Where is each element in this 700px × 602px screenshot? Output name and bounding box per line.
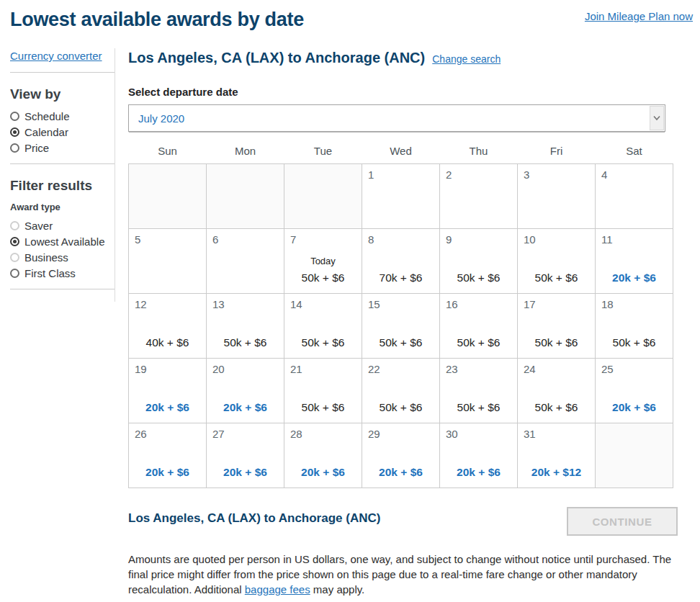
- calendar-cell-day-24[interactable]: 2450k + $6: [518, 359, 596, 423]
- award-price[interactable]: 20k + $6: [596, 271, 673, 284]
- calendar-week-row: 2620k + $62720k + $62820k + $62920k + $6…: [129, 423, 673, 488]
- calendar-cell-day-28[interactable]: 2820k + $6: [284, 423, 362, 488]
- award-calendar: SunMonTueWedThuFriSat 1234567Today50k + …: [128, 145, 673, 488]
- calendar-cell-day-20[interactable]: 2020k + $6: [207, 359, 284, 423]
- calendar-cell-day-14[interactable]: 1450k + $6: [284, 294, 362, 359]
- radio-option-business: Business: [10, 251, 115, 264]
- award-price[interactable]: 50k + $6: [518, 271, 595, 284]
- award-price[interactable]: 20k + $6: [284, 466, 362, 479]
- calendar-cell-day-2: 2: [440, 164, 518, 229]
- radio-icon[interactable]: [10, 127, 19, 137]
- continue-button[interactable]: CONTINUE: [567, 507, 678, 536]
- award-price[interactable]: 50k + $6: [362, 336, 439, 349]
- calendar-week-row: 1920k + $62020k + $62150k + $62250k + $6…: [129, 359, 673, 423]
- day-number: 7: [290, 233, 296, 246]
- chevron-down-icon[interactable]: [650, 106, 664, 130]
- radio-option-price[interactable]: Price: [10, 142, 115, 154]
- change-search-link[interactable]: Change search: [432, 53, 501, 65]
- calendar-cell-day-29[interactable]: 2920k + $6: [362, 423, 440, 488]
- calendar-cell-day-27[interactable]: 2720k + $6: [207, 423, 284, 488]
- footer-row: Los Angeles, CA (LAX) to Anchorage (ANC)…: [128, 507, 678, 536]
- calendar-cell-day-12[interactable]: 1240k + $6: [129, 294, 207, 359]
- award-price[interactable]: 40k + $6: [129, 336, 206, 349]
- baggage-fees-link[interactable]: baggage fees: [245, 583, 310, 596]
- calendar-cell-day-9[interactable]: 950k + $6: [440, 229, 518, 294]
- day-number: 30: [446, 428, 458, 440]
- radio-option-calendar[interactable]: Calendar: [10, 126, 115, 138]
- day-number: 29: [368, 428, 380, 440]
- calendar-cell-day-21[interactable]: 2150k + $6: [284, 359, 362, 423]
- sidebar-divider: [10, 72, 115, 73]
- award-price[interactable]: 50k + $6: [518, 336, 595, 349]
- award-price[interactable]: 20k + $6: [129, 466, 206, 479]
- radio-option-schedule[interactable]: Schedule: [10, 110, 115, 122]
- day-number: 25: [601, 363, 614, 375]
- calendar-cell-day-11[interactable]: 1120k + $6: [596, 229, 673, 294]
- award-price[interactable]: 50k + $6: [207, 336, 284, 349]
- calendar-cell-day-15[interactable]: 1550k + $6: [362, 294, 440, 359]
- award-price[interactable]: 20k + $6: [207, 466, 284, 479]
- day-number: 4: [601, 169, 607, 181]
- award-price[interactable]: 20k + $6: [440, 466, 517, 479]
- calendar-cell-day-26[interactable]: 2620k + $6: [129, 423, 207, 488]
- award-price[interactable]: 20k + $6: [207, 401, 284, 414]
- day-number: 15: [368, 298, 380, 310]
- day-number: 17: [524, 298, 536, 310]
- calendar-cell-day-22[interactable]: 2250k + $6: [362, 359, 440, 423]
- topbar: Lowest available awards by date Join Mil…: [0, 0, 700, 31]
- award-price[interactable]: 20k + $6: [596, 401, 673, 414]
- view-by-radio-group: ScheduleCalendarPrice: [10, 110, 115, 154]
- calendar-cell-day-1: 1: [362, 164, 440, 229]
- radio-label: First Class: [24, 267, 76, 279]
- disclaimer-pre: Amounts are quoted per person in US doll…: [128, 553, 671, 596]
- award-price[interactable]: 20k + $6: [362, 466, 439, 479]
- radio-icon[interactable]: [10, 112, 19, 121]
- award-price[interactable]: 50k + $6: [362, 401, 439, 414]
- join-mileage-plan-link[interactable]: Join Mileage Plan now: [585, 10, 693, 22]
- calendar-cell-day-19[interactable]: 1920k + $6: [129, 359, 207, 423]
- calendar-cell-day-30[interactable]: 3020k + $6: [440, 423, 518, 488]
- award-price[interactable]: 20k + $12: [518, 466, 595, 479]
- calendar-cell-day-31[interactable]: 3120k + $12: [518, 423, 596, 488]
- award-price[interactable]: 50k + $6: [518, 401, 595, 414]
- award-price[interactable]: 70k + $6: [362, 271, 439, 284]
- month-select[interactable]: July 2020: [128, 104, 665, 132]
- calendar-cell-day-25[interactable]: 2520k + $6: [596, 359, 673, 423]
- award-price[interactable]: 50k + $6: [284, 271, 362, 284]
- day-number: 13: [212, 298, 225, 310]
- award-price[interactable]: 20k + $6: [129, 401, 206, 414]
- day-number: 3: [524, 169, 529, 181]
- award-price[interactable]: 50k + $6: [284, 401, 362, 414]
- award-price[interactable]: 50k + $6: [284, 336, 362, 349]
- calendar-cell-day-8[interactable]: 870k + $6: [362, 229, 440, 294]
- day-number: 23: [446, 363, 458, 375]
- radio-icon[interactable]: [10, 269, 19, 278]
- award-price[interactable]: 50k + $6: [440, 401, 517, 414]
- radio-icon[interactable]: [10, 237, 19, 246]
- calendar-cell-day-13[interactable]: 1350k + $6: [207, 294, 284, 359]
- radio-option-lowest-available[interactable]: Lowest Available: [10, 235, 115, 248]
- radio-label: Lowest Available: [24, 235, 104, 248]
- currency-converter-link[interactable]: Currency converter: [10, 50, 102, 62]
- calendar-cell-day-17[interactable]: 1750k + $6: [518, 294, 596, 359]
- calendar-week-row: 1240k + $61350k + $61450k + $61550k + $6…: [129, 294, 673, 359]
- calendar-cell-day-23[interactable]: 2350k + $6: [440, 359, 518, 423]
- day-number: 1: [368, 169, 374, 181]
- award-price[interactable]: 50k + $6: [440, 336, 517, 349]
- content: Currency converter View by ScheduleCalen…: [0, 48, 700, 597]
- calendar-cell-day-10[interactable]: 1050k + $6: [518, 229, 596, 294]
- calendar-cell-day-16[interactable]: 1650k + $6: [440, 294, 518, 359]
- calendar-cell-blank: [129, 164, 207, 229]
- calendar-cell-day-5: 5: [129, 229, 207, 294]
- radio-icon[interactable]: [10, 143, 19, 153]
- radio-option-first-class[interactable]: First Class: [10, 267, 115, 279]
- calendar-cell-day-7[interactable]: 7Today50k + $6: [284, 229, 362, 294]
- main-panel: Los Angeles, CA (LAX) to Anchorage (ANC)…: [128, 48, 680, 597]
- calendar-cell-day-4: 4: [596, 164, 673, 229]
- radio-label: Business: [24, 251, 68, 264]
- calendar-cell-day-6: 6: [207, 229, 284, 294]
- calendar-cell-day-18[interactable]: 1850k + $6: [596, 294, 673, 359]
- award-price[interactable]: 50k + $6: [596, 336, 673, 349]
- calendar-day-header: Sat: [596, 145, 673, 164]
- award-price[interactable]: 50k + $6: [440, 271, 517, 284]
